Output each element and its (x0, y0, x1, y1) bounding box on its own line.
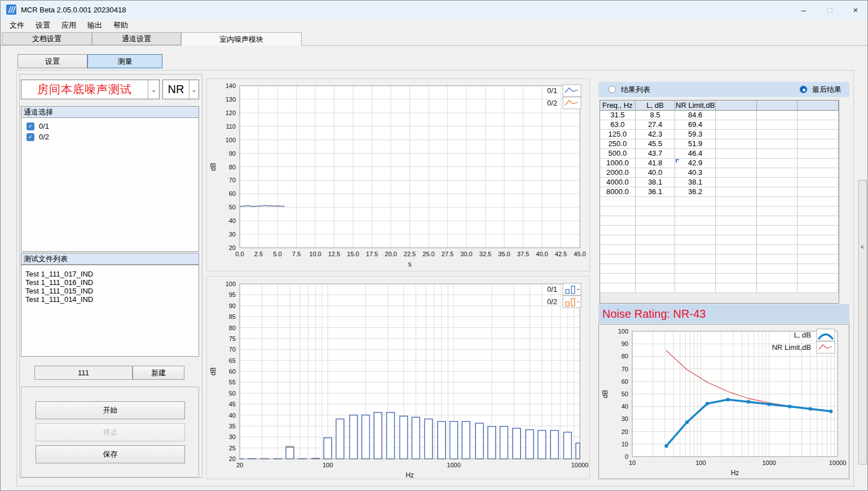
table-cell: 40.3 (675, 168, 716, 178)
bar-0/1 (438, 422, 446, 459)
bar-0/1 (336, 419, 344, 459)
noise-rating-banner: Noise Rating: NR-43 (598, 304, 849, 323)
table-cell (636, 226, 676, 235)
bar-0/1 (286, 447, 294, 459)
radio-last-result[interactable] (800, 86, 807, 93)
save-button[interactable]: 保存 (36, 445, 185, 463)
table-cell (600, 226, 636, 235)
svg-text:0/2: 0/2 (547, 99, 557, 107)
file-item[interactable]: Test 1_111_014_IND (21, 295, 199, 304)
svg-text:50: 50 (229, 390, 236, 397)
checkbox-checked-icon[interactable]: ✓ (27, 133, 34, 141)
table-cell (757, 274, 798, 283)
table-cell (757, 264, 798, 274)
table-header-cell[interactable]: Freq., Hz (600, 100, 636, 111)
table-cell (675, 207, 716, 216)
table-cell (797, 120, 839, 130)
table-cell (600, 207, 636, 216)
svg-text:140: 140 (226, 82, 236, 89)
table-cell (716, 226, 757, 235)
time-history-chart: 20304050607080901001101201301400.02.55.0… (207, 79, 589, 271)
table-header-row[interactable]: Freq., HzL, dBNR Limit,dB (600, 100, 839, 111)
table-cell (757, 168, 798, 178)
channel-item[interactable]: ✓0/2 (21, 131, 199, 142)
table-cell (636, 207, 676, 216)
tab-indoor-noise-module[interactable]: 室内噪声模块 (181, 32, 302, 46)
table-cell (600, 264, 636, 274)
chevron-down-icon[interactable]: ⌄ (189, 80, 199, 99)
table-row[interactable]: 2000.040.040.3 (600, 168, 839, 178)
svg-text:40.0: 40.0 (536, 251, 548, 257)
table-row (600, 274, 839, 283)
chevron-down-icon[interactable]: ⌄ (148, 80, 159, 99)
checkbox-checked-icon[interactable]: ✓ (27, 122, 34, 130)
table-cell (636, 283, 676, 293)
table-row[interactable]: 1000.041.842.9 (600, 159, 839, 168)
subtab-measure[interactable]: 测量 (87, 54, 162, 68)
channel-list: ✓0/1✓0/2 (21, 117, 199, 252)
file-item[interactable]: Test 1_111_015_IND (21, 287, 199, 295)
table-row[interactable]: 8000.036.136.2 (600, 187, 839, 197)
menu-item-help[interactable]: 帮助 (108, 19, 134, 32)
table-cell: 38.1 (636, 178, 676, 187)
table-row[interactable]: 500.043.746.4 (600, 149, 839, 159)
table-header-cell[interactable] (757, 100, 798, 111)
panel-collapse-button[interactable]: < (858, 180, 867, 464)
table-header-cell[interactable] (716, 100, 757, 111)
table-cell (716, 264, 757, 274)
table-header-cell[interactable]: L, dB (636, 100, 676, 111)
table-cell (797, 168, 839, 178)
table-header-cell[interactable]: NR Limit,dB (675, 100, 716, 111)
table-cell (797, 178, 839, 187)
table-cell (797, 226, 839, 235)
tab-document-settings[interactable]: 文档设置 (2, 32, 92, 45)
menu-item-settings[interactable]: 设置 (30, 19, 56, 32)
svg-text:50: 50 (622, 391, 628, 397)
table-row[interactable]: 4000.038.138.1 (600, 178, 839, 187)
tab-channel-settings[interactable]: 通道设置 (92, 32, 181, 45)
app-icon (6, 5, 16, 15)
svg-text:100: 100 (226, 280, 236, 287)
table-cell (716, 187, 757, 197)
table-cell (757, 149, 798, 159)
svg-text:Hz: Hz (731, 469, 739, 477)
table-cell (716, 245, 757, 255)
file-item[interactable]: Test 1_111_017_IND (21, 270, 199, 278)
close-icon[interactable]: × (843, 1, 868, 19)
table-row (600, 235, 839, 245)
subtab-settings[interactable]: 设置 (17, 54, 87, 68)
file-section-header: 测试文件列表 (21, 253, 199, 265)
new-button[interactable]: 新建 (133, 366, 184, 380)
svg-text:27.5: 27.5 (442, 251, 453, 257)
table-header-cell[interactable] (797, 100, 839, 111)
maximize-icon[interactable]: □ (817, 1, 843, 19)
table-row[interactable]: 31.58.584.6 (600, 111, 839, 120)
table-row[interactable]: 125.042.359.3 (600, 130, 839, 139)
table-cell: 63.0 (600, 120, 636, 130)
table-cell (797, 255, 839, 264)
stop-button[interactable]: 停止 (36, 423, 185, 441)
menu-item-file[interactable]: 文件 (4, 19, 30, 32)
svg-text:0/2: 0/2 (547, 297, 557, 306)
rating-standard-select[interactable]: NR ⌄ (162, 80, 199, 99)
minimize-icon[interactable]: – (791, 1, 817, 19)
radio-result-list[interactable] (609, 86, 616, 93)
menu-item-output[interactable]: 输出 (82, 19, 108, 32)
table-cell (797, 264, 839, 274)
table-cell (716, 255, 757, 264)
menu-item-application[interactable]: 应用 (56, 19, 82, 32)
svg-text:85: 85 (229, 313, 236, 320)
svg-text:37.5: 37.5 (517, 251, 529, 257)
svg-text:80: 80 (622, 353, 628, 360)
result-view-switch: 结果列表 最后结果 (598, 82, 849, 97)
test-type-select[interactable]: 房间本底噪声测试 ⌄ (21, 80, 160, 99)
table-row[interactable]: 63.027.469.4 (600, 120, 839, 130)
table-row[interactable]: 250.045.551.9 (600, 139, 839, 149)
svg-text:Hz: Hz (406, 471, 414, 479)
channel-item[interactable]: ✓0/1 (21, 121, 199, 131)
filename-input[interactable]: 111 (34, 366, 133, 380)
table-cell (757, 226, 798, 235)
file-item[interactable]: Test 1_111_016_IND (21, 278, 199, 287)
svg-text:10.0: 10.0 (309, 251, 321, 257)
start-button[interactable]: 开始 (36, 401, 185, 419)
